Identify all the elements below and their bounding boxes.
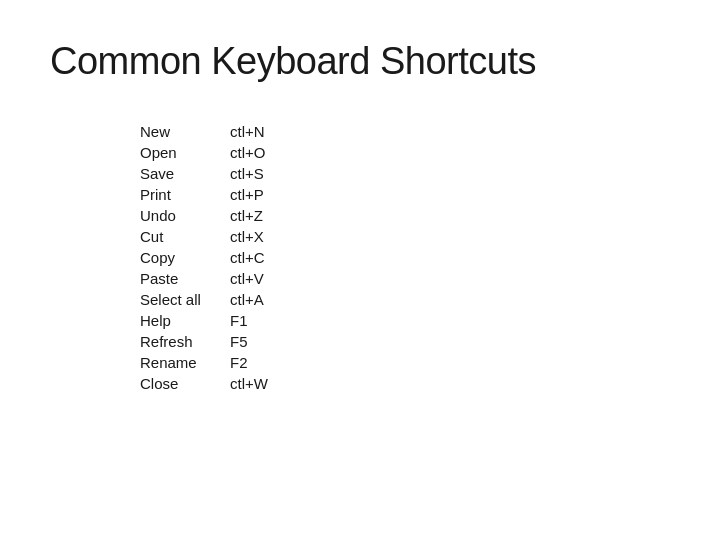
shortcut-action: Help [140, 312, 230, 329]
shortcut-row: Savectl+S [140, 165, 670, 182]
shortcut-row: RenameF2 [140, 354, 670, 371]
shortcut-action: Copy [140, 249, 230, 266]
shortcut-key: ctl+W [230, 375, 268, 392]
shortcut-row: HelpF1 [140, 312, 670, 329]
shortcut-action: Rename [140, 354, 230, 371]
shortcut-row: Printctl+P [140, 186, 670, 203]
shortcut-key: F1 [230, 312, 248, 329]
shortcut-key: ctl+Z [230, 207, 263, 224]
shortcut-action: Close [140, 375, 230, 392]
shortcut-action: Print [140, 186, 230, 203]
shortcut-row: Pastectl+V [140, 270, 670, 287]
shortcut-action: Save [140, 165, 230, 182]
shortcut-row: Openctl+O [140, 144, 670, 161]
page-title: Common Keyboard Shortcuts [50, 40, 670, 83]
shortcut-action: Paste [140, 270, 230, 287]
shortcut-action: Select all [140, 291, 230, 308]
shortcut-row: Undoctl+Z [140, 207, 670, 224]
page: Common Keyboard Shortcuts Newctl+NOpenct… [0, 0, 720, 540]
shortcut-row: Newctl+N [140, 123, 670, 140]
shortcut-key: ctl+X [230, 228, 264, 245]
shortcut-key: ctl+V [230, 270, 264, 287]
shortcut-row: Closectl+W [140, 375, 670, 392]
shortcut-key: ctl+N [230, 123, 265, 140]
shortcut-key: ctl+O [230, 144, 265, 161]
shortcut-key: F2 [230, 354, 248, 371]
shortcut-action: Cut [140, 228, 230, 245]
shortcut-action: New [140, 123, 230, 140]
shortcut-row: Copyctl+C [140, 249, 670, 266]
shortcut-key: ctl+A [230, 291, 264, 308]
shortcut-key: F5 [230, 333, 248, 350]
shortcut-action: Undo [140, 207, 230, 224]
shortcut-key: ctl+S [230, 165, 264, 182]
shortcut-key: ctl+P [230, 186, 264, 203]
shortcuts-table: Newctl+NOpenctl+OSavectl+SPrintctl+PUndo… [140, 123, 670, 392]
shortcut-row: Cutctl+X [140, 228, 670, 245]
shortcut-row: Select allctl+A [140, 291, 670, 308]
shortcut-action: Refresh [140, 333, 230, 350]
shortcut-row: RefreshF5 [140, 333, 670, 350]
shortcut-key: ctl+C [230, 249, 265, 266]
shortcut-action: Open [140, 144, 230, 161]
